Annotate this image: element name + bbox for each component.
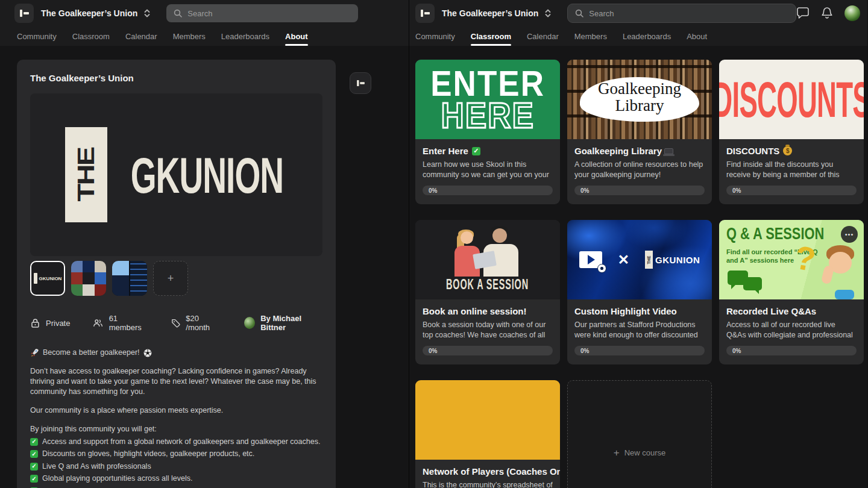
community-meta-row: Private 61 members $20 /month <box>30 314 322 332</box>
thumbnail-logo[interactable]: GKUNION <box>30 261 65 296</box>
user-avatar[interactable] <box>844 5 860 21</box>
thumbnail-screenshots[interactable] <box>112 261 147 296</box>
plus-icon: + <box>614 448 620 458</box>
tab-calendar[interactable]: Calendar <box>125 27 157 46</box>
check-emoji-icon: ✓ <box>30 463 38 471</box>
tab-about[interactable]: About <box>285 27 308 46</box>
tab-members[interactable]: Members <box>574 27 607 46</box>
soccer-ball-emoji-icon <box>143 349 152 357</box>
library-label: GoalkeepingLibrary <box>580 77 699 121</box>
course-card-discounts[interactable]: DISCOUNTSDISCOUNTS$Find inside all the d… <box>719 60 864 204</box>
search-placeholder: Search <box>187 9 212 18</box>
tab-leaderboards[interactable]: Leaderboards <box>221 27 269 46</box>
community-name: The Goalkeeper’s Union <box>41 8 137 18</box>
course-card-book-session[interactable]: BOOK A SESSIONBook an online session!Boo… <box>415 220 560 364</box>
media-thumbnails: GKUNION + <box>30 261 322 296</box>
split-screen: The Goalkeeper’s Union Search CommunityC… <box>0 0 868 488</box>
logo-the-bar: THE <box>65 127 107 222</box>
course-cover-enter-here: ENTERHERE <box>415 60 560 139</box>
course-card-library[interactable]: GoalkeepingLibraryGoalkeeping LibraryA c… <box>567 60 712 204</box>
gkunion-mini-logo-icon <box>420 8 430 18</box>
benefit-item: ✓Access to online coaching from top coac… <box>30 486 322 488</box>
search-placeholder: Search <box>589 9 614 18</box>
course-description: Find inside all the discounts you receiv… <box>726 160 857 180</box>
soccer-ball-icon <box>597 264 606 273</box>
course-description: This is the community’s spreadsheet of <box>423 480 553 488</box>
course-card-network[interactable]: Network of Players (Coaches Only)This is… <box>415 380 560 488</box>
tab-members[interactable]: Members <box>173 27 206 46</box>
benefit-item: ✓Access and support from a global networ… <box>30 437 322 447</box>
community-cover-image[interactable]: THE GKUNION <box>30 93 322 256</box>
rocket-emoji-icon <box>30 348 39 357</box>
tab-classroom[interactable]: Classroom <box>72 27 110 46</box>
course-menu-button[interactable]: ••• <box>841 226 858 243</box>
course-cover-library: GoalkeepingLibrary <box>567 60 712 139</box>
tab-community[interactable]: Community <box>415 27 455 46</box>
right-nav-tabs: CommunityClassroomCalendarMembersLeaderb… <box>409 27 867 46</box>
course-progress-bar: 0% <box>574 346 705 355</box>
course-title: Custom Highlight Video <box>574 306 705 316</box>
check-emoji-icon: ✓ <box>30 450 38 458</box>
cover-text: BOOK A SESSION <box>447 277 529 294</box>
owner-avatar <box>244 317 255 329</box>
community-switcher-icon[interactable] <box>544 8 552 18</box>
community-switcher-icon[interactable] <box>143 8 151 18</box>
tab-leaderboards[interactable]: Leaderboards <box>623 27 671 46</box>
thumbnail-logo-label: GKUNION <box>39 276 62 281</box>
search-input[interactable]: Search <box>166 4 358 22</box>
check-emoji-icon: ✓ <box>472 147 480 155</box>
price-tag-icon <box>171 318 180 328</box>
course-description: Book a session today with one of our top… <box>423 320 553 340</box>
course-description: Our partners at Stafford Productions wer… <box>574 320 705 340</box>
course-cover-discounts: DISCOUNTS <box>719 60 864 139</box>
privacy-meta: Private <box>30 318 70 328</box>
community-logo[interactable] <box>415 4 435 23</box>
tab-classroom[interactable]: Classroom <box>471 27 511 46</box>
thinking-boy-illustration <box>818 245 861 299</box>
course-progress-bar: 0% <box>726 346 857 355</box>
benefit-text: Discounts on gloves, highlight videos, g… <box>42 449 254 459</box>
floating-community-tile[interactable] <box>350 72 371 94</box>
search-input[interactable]: Search <box>567 4 796 23</box>
notifications-bell-icon[interactable] <box>821 7 833 20</box>
course-card-highlight-video[interactable]: ✕THEGKUNIONCustom Highlight VideoOur par… <box>567 220 712 364</box>
search-icon <box>174 9 182 17</box>
about-card-title: The Goalkeeper’s Union <box>30 73 322 83</box>
course-description: Learn how we use Skool in this community… <box>423 160 553 180</box>
tab-calendar[interactable]: Calendar <box>527 27 559 46</box>
course-description: Access to all of our recorded live Q&As … <box>726 320 857 340</box>
cover-text: DISCOUNTS <box>719 70 864 129</box>
community-description: Become a better goalkeeper! Don’t have a… <box>30 348 322 488</box>
community-name: The Goalkeeper’s Union <box>442 8 538 18</box>
screenshots-image <box>112 261 147 296</box>
course-card-enter-here[interactable]: ENTERHEREEnter Here✓Learn how we use Sko… <box>415 60 560 204</box>
benefits-list: ✓Access and support from a global networ… <box>30 437 322 488</box>
course-title: Goalkeeping Library <box>574 146 705 156</box>
right-content: ENTERHEREEnter Here✓Learn how we use Sko… <box>409 46 867 488</box>
about-card: The Goalkeeper’s Union THE GKUNION GKUNI… <box>17 60 336 488</box>
tab-community[interactable]: Community <box>17 27 57 46</box>
course-progress-bar: 0% <box>423 346 553 355</box>
owner-meta[interactable]: By Michael Bittner <box>244 314 322 332</box>
price-meta: $20 /month <box>171 314 221 332</box>
course-card-recorded-qas[interactable]: Q & A SESSIONFind all our recorded “Live… <box>719 220 864 364</box>
community-logo[interactable] <box>14 4 34 23</box>
course-progress-bar: 0% <box>423 186 553 195</box>
new-course-tile[interactable]: + New course <box>567 380 712 488</box>
course-cover-network <box>415 380 560 460</box>
chat-icon[interactable] <box>796 7 810 19</box>
gkunion-logo: THEGKUNION <box>645 251 700 269</box>
course-title: Book an online session! <box>423 306 553 316</box>
gkunion-mini-logo-icon <box>19 8 30 18</box>
add-media-button[interactable]: + <box>153 261 188 296</box>
search-icon <box>575 9 583 17</box>
moneybag-emoji-icon: $ <box>783 146 792 155</box>
chat-bubbles-icon <box>728 271 764 292</box>
course-cover-highlight-video: ✕THEGKUNION <box>567 220 712 299</box>
window-classroom: The Goalkeeper’s Union Search <box>409 0 867 488</box>
lock-icon <box>30 318 40 328</box>
laptop-emoji-icon <box>664 148 673 154</box>
logo-wordmark: GKUNION <box>131 145 284 204</box>
tab-about[interactable]: About <box>687 27 707 46</box>
thumbnail-photo-collage[interactable] <box>71 261 106 296</box>
